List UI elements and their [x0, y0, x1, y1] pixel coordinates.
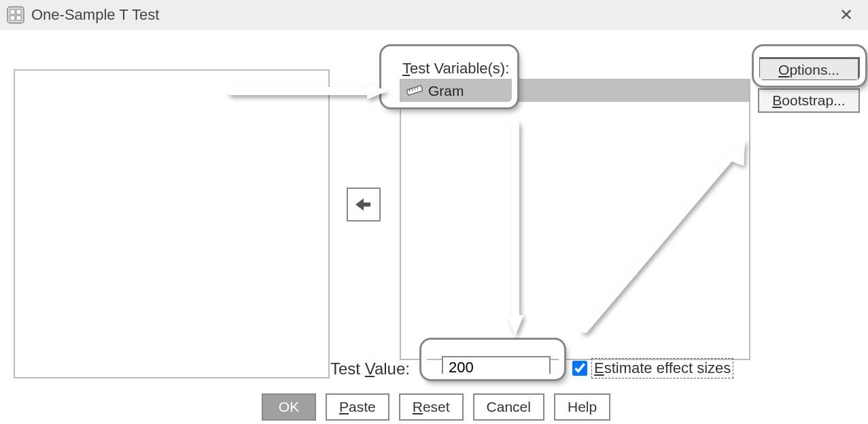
svg-rect-4: [16, 16, 21, 20]
close-icon[interactable]: ✕: [835, 4, 857, 26]
test-value-input[interactable]: [442, 356, 551, 379]
list-item[interactable]: Gram: [401, 80, 749, 102]
options-button[interactable]: Options...: [758, 57, 860, 82]
bottom-button-group: OK Paste Reset Cancel Help: [262, 393, 610, 421]
reset-button[interactable]: Reset: [399, 393, 464, 421]
svg-rect-2: [16, 10, 21, 14]
arrow-left-icon: [354, 196, 373, 213]
app-icon: [7, 6, 24, 24]
cancel-button[interactable]: Cancel: [473, 393, 544, 421]
bootstrap-button[interactable]: Bootstrap...: [758, 88, 860, 113]
svg-marker-11: [367, 83, 387, 99]
svg-rect-5: [406, 86, 422, 95]
effect-sizes-check-input[interactable]: [572, 361, 587, 376]
effect-sizes-label: Estimate effect sizes: [591, 358, 733, 378]
test-variables-list[interactable]: Gram: [400, 79, 750, 360]
dialog-content: Test Variable(s): Gram Test Value: Estim…: [0, 30, 868, 424]
svg-rect-1: [10, 10, 15, 14]
list-item-label: Gram: [428, 83, 464, 99]
window-title: One-Sample T Test: [31, 6, 159, 24]
help-button[interactable]: Help: [554, 393, 610, 421]
transfer-button[interactable]: [347, 188, 381, 222]
titlebar: One-Sample T Test ✕: [0, 0, 868, 30]
ok-button[interactable]: OK: [262, 393, 316, 421]
svg-rect-3: [10, 16, 15, 20]
estimate-effect-sizes-checkbox[interactable]: Estimate effect sizes: [570, 358, 733, 378]
right-button-group: Options... Bootstrap...: [758, 57, 864, 120]
paste-button[interactable]: Paste: [326, 393, 389, 421]
ruler-icon: [406, 83, 423, 99]
test-variables-label: Test Variable(s):: [402, 60, 509, 77]
source-variable-list[interactable]: [14, 69, 330, 378]
test-value-label: Test Value:: [330, 359, 410, 378]
